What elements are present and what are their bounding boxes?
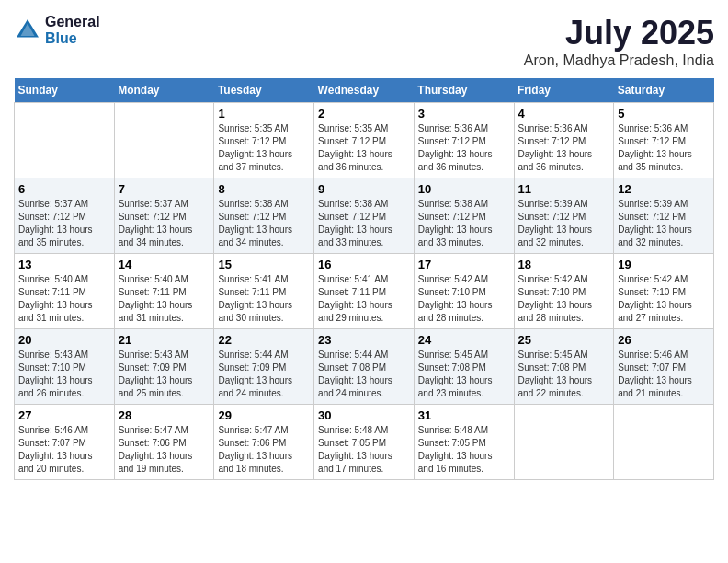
- day-number: 18: [518, 258, 610, 271]
- day-number: 17: [418, 258, 510, 271]
- calendar-cell: 20Sunrise: 5:43 AMSunset: 7:10 PMDayligh…: [15, 329, 115, 405]
- day-number: 8: [218, 182, 310, 196]
- day-info: Sunrise: 5:37 AMSunset: 7:12 PMDaylight:…: [119, 198, 210, 249]
- day-number: 4: [518, 107, 610, 121]
- logo: General Blue: [14, 14, 100, 46]
- day-info: Sunrise: 5:39 AMSunset: 7:12 PMDaylight:…: [518, 198, 610, 249]
- day-info: Sunrise: 5:42 AMSunset: 7:10 PMDaylight:…: [618, 273, 710, 325]
- logo-icon: [14, 17, 41, 44]
- day-number: 1: [218, 107, 310, 121]
- day-info: Sunrise: 5:40 AMSunset: 7:11 PMDaylight:…: [18, 273, 110, 325]
- day-number: 20: [18, 333, 110, 347]
- day-number: 23: [318, 333, 410, 347]
- day-number: 7: [119, 182, 210, 196]
- day-info: Sunrise: 5:45 AMSunset: 7:08 PMDaylight:…: [518, 349, 610, 400]
- day-number: 15: [218, 258, 310, 271]
- day-number: 14: [119, 258, 210, 271]
- logo-blue-text: Blue: [45, 30, 100, 47]
- calendar-cell: 11Sunrise: 5:39 AMSunset: 7:12 PMDayligh…: [514, 178, 614, 254]
- calendar-cell: 25Sunrise: 5:45 AMSunset: 7:08 PMDayligh…: [514, 329, 614, 405]
- calendar-week-5: 27Sunrise: 5:46 AMSunset: 7:07 PMDayligh…: [15, 405, 714, 480]
- header-friday: Friday: [514, 78, 614, 103]
- day-info: Sunrise: 5:38 AMSunset: 7:12 PMDaylight:…: [318, 198, 410, 249]
- calendar-cell: 31Sunrise: 5:48 AMSunset: 7:05 PMDayligh…: [414, 405, 514, 480]
- day-info: Sunrise: 5:36 AMSunset: 7:12 PMDaylight:…: [518, 122, 610, 174]
- day-info: Sunrise: 5:44 AMSunset: 7:08 PMDaylight:…: [318, 349, 410, 400]
- day-info: Sunrise: 5:40 AMSunset: 7:11 PMDaylight:…: [119, 273, 210, 325]
- day-info: Sunrise: 5:48 AMSunset: 7:05 PMDaylight:…: [418, 424, 510, 476]
- calendar-cell: 10Sunrise: 5:38 AMSunset: 7:12 PMDayligh…: [414, 178, 514, 254]
- day-number: 25: [518, 333, 610, 347]
- calendar-week-1: 1Sunrise: 5:35 AMSunset: 7:12 PMDaylight…: [15, 103, 714, 178]
- calendar-cell: [514, 405, 614, 480]
- calendar-cell: 24Sunrise: 5:45 AMSunset: 7:08 PMDayligh…: [414, 329, 514, 405]
- calendar-cell: 23Sunrise: 5:44 AMSunset: 7:08 PMDayligh…: [314, 329, 415, 405]
- day-number: 9: [318, 182, 410, 196]
- day-number: 28: [119, 408, 210, 422]
- calendar-cell: 1Sunrise: 5:35 AMSunset: 7:12 PMDaylight…: [214, 103, 314, 178]
- calendar-cell: 26Sunrise: 5:46 AMSunset: 7:07 PMDayligh…: [614, 329, 714, 405]
- calendar-header-row: SundayMondayTuesdayWednesdayThursdayFrid…: [15, 78, 714, 103]
- header-wednesday: Wednesday: [314, 78, 415, 103]
- calendar-cell: 30Sunrise: 5:48 AMSunset: 7:05 PMDayligh…: [314, 405, 415, 480]
- page-header: General Blue July 2025 Aron, Madhya Prad…: [14, 14, 714, 69]
- day-number: 22: [218, 333, 310, 347]
- day-info: Sunrise: 5:47 AMSunset: 7:06 PMDaylight:…: [119, 424, 210, 476]
- day-number: 5: [618, 107, 710, 121]
- calendar-cell: 9Sunrise: 5:38 AMSunset: 7:12 PMDaylight…: [314, 178, 415, 254]
- day-info: Sunrise: 5:38 AMSunset: 7:12 PMDaylight:…: [218, 198, 310, 249]
- calendar-cell: 27Sunrise: 5:46 AMSunset: 7:07 PMDayligh…: [15, 405, 115, 480]
- calendar-cell: 16Sunrise: 5:41 AMSunset: 7:11 PMDayligh…: [314, 254, 415, 329]
- day-info: Sunrise: 5:35 AMSunset: 7:12 PMDaylight:…: [218, 122, 310, 174]
- day-info: Sunrise: 5:48 AMSunset: 7:05 PMDaylight:…: [318, 424, 410, 476]
- day-number: 26: [618, 333, 710, 347]
- day-info: Sunrise: 5:36 AMSunset: 7:12 PMDaylight:…: [418, 122, 510, 174]
- calendar-cell: 5Sunrise: 5:36 AMSunset: 7:12 PMDaylight…: [614, 103, 714, 178]
- day-number: 11: [518, 182, 610, 196]
- header-monday: Monday: [114, 78, 214, 103]
- title-section: July 2025 Aron, Madhya Pradesh, India: [524, 14, 714, 69]
- day-info: Sunrise: 5:37 AMSunset: 7:12 PMDaylight:…: [18, 198, 110, 249]
- day-number: 30: [318, 408, 410, 422]
- calendar-cell: [114, 103, 214, 178]
- calendar-cell: [614, 405, 714, 480]
- day-number: 29: [218, 408, 310, 422]
- day-number: 12: [618, 182, 710, 196]
- calendar-week-4: 20Sunrise: 5:43 AMSunset: 7:10 PMDayligh…: [15, 329, 714, 405]
- day-number: 3: [418, 107, 510, 121]
- day-number: 31: [418, 408, 510, 422]
- day-number: 6: [18, 182, 110, 196]
- calendar-cell: 4Sunrise: 5:36 AMSunset: 7:12 PMDaylight…: [514, 103, 614, 178]
- calendar-cell: 28Sunrise: 5:47 AMSunset: 7:06 PMDayligh…: [114, 405, 214, 480]
- day-number: 2: [318, 107, 410, 121]
- calendar-cell: 8Sunrise: 5:38 AMSunset: 7:12 PMDaylight…: [214, 178, 314, 254]
- day-number: 21: [119, 333, 210, 347]
- calendar-cell: 6Sunrise: 5:37 AMSunset: 7:12 PMDaylight…: [15, 178, 115, 254]
- calendar-cell: 19Sunrise: 5:42 AMSunset: 7:10 PMDayligh…: [614, 254, 714, 329]
- day-info: Sunrise: 5:47 AMSunset: 7:06 PMDaylight:…: [218, 424, 310, 476]
- header-tuesday: Tuesday: [214, 78, 314, 103]
- day-info: Sunrise: 5:42 AMSunset: 7:10 PMDaylight:…: [518, 273, 610, 325]
- calendar-cell: 17Sunrise: 5:42 AMSunset: 7:10 PMDayligh…: [414, 254, 514, 329]
- header-sunday: Sunday: [15, 78, 115, 103]
- day-number: 13: [18, 258, 110, 271]
- calendar-table: SundayMondayTuesdayWednesdayThursdayFrid…: [14, 78, 714, 480]
- logo-text: General Blue: [45, 14, 100, 46]
- day-info: Sunrise: 5:35 AMSunset: 7:12 PMDaylight:…: [318, 122, 410, 174]
- calendar-cell: 12Sunrise: 5:39 AMSunset: 7:12 PMDayligh…: [614, 178, 714, 254]
- day-number: 10: [418, 182, 510, 196]
- day-info: Sunrise: 5:36 AMSunset: 7:12 PMDaylight:…: [618, 122, 710, 174]
- calendar-week-3: 13Sunrise: 5:40 AMSunset: 7:11 PMDayligh…: [15, 254, 714, 329]
- day-info: Sunrise: 5:42 AMSunset: 7:10 PMDaylight:…: [418, 273, 510, 325]
- calendar-cell: 2Sunrise: 5:35 AMSunset: 7:12 PMDaylight…: [314, 103, 415, 178]
- header-thursday: Thursday: [414, 78, 514, 103]
- day-info: Sunrise: 5:38 AMSunset: 7:12 PMDaylight:…: [418, 198, 510, 249]
- calendar-cell: 15Sunrise: 5:41 AMSunset: 7:11 PMDayligh…: [214, 254, 314, 329]
- day-info: Sunrise: 5:41 AMSunset: 7:11 PMDaylight:…: [218, 273, 310, 325]
- day-info: Sunrise: 5:43 AMSunset: 7:10 PMDaylight:…: [18, 349, 110, 400]
- calendar-week-2: 6Sunrise: 5:37 AMSunset: 7:12 PMDaylight…: [15, 178, 714, 254]
- day-info: Sunrise: 5:43 AMSunset: 7:09 PMDaylight:…: [119, 349, 210, 400]
- subtitle: Aron, Madhya Pradesh, India: [524, 52, 714, 69]
- calendar-cell: 13Sunrise: 5:40 AMSunset: 7:11 PMDayligh…: [15, 254, 115, 329]
- day-info: Sunrise: 5:45 AMSunset: 7:08 PMDaylight:…: [418, 349, 510, 400]
